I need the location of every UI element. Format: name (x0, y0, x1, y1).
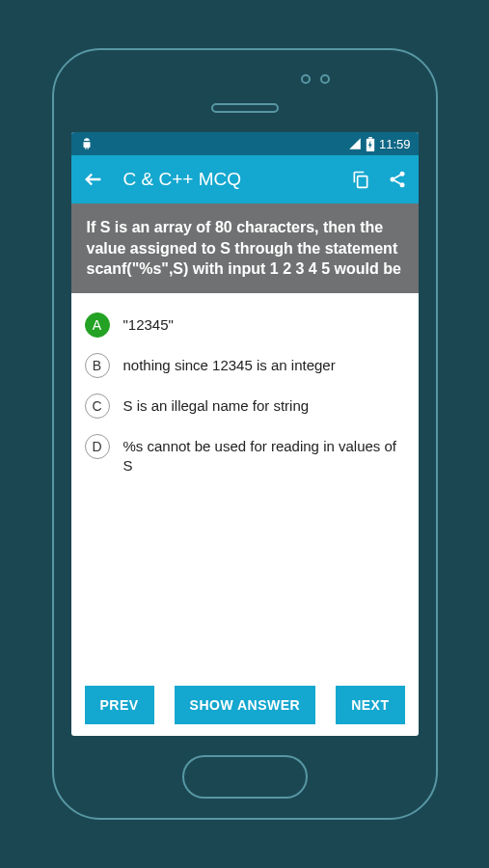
answer-option[interactable]: CS is an illegal name for string (85, 386, 405, 426)
question-text: If S is an array of 80 characters, then … (71, 203, 419, 293)
battery-icon (366, 137, 375, 151)
answer-text: nothing since 12345 is an integer (123, 353, 336, 375)
svg-point-4 (390, 177, 394, 182)
share-icon[interactable] (388, 170, 407, 189)
back-icon[interactable] (83, 169, 104, 190)
android-icon (79, 137, 95, 150)
phone-frame: 11:59 C & C++ MCQ If S is an array of 80… (52, 48, 438, 820)
status-bar: 11:59 (71, 132, 419, 155)
copy-icon[interactable] (351, 170, 370, 189)
prev-button[interactable]: PREV (85, 686, 154, 724)
speaker-dots (301, 74, 330, 84)
app-title: C & C++ MCQ (123, 169, 334, 190)
answer-letter: B (85, 353, 110, 378)
answer-text: "12345" (123, 312, 174, 335)
answer-letter: D (85, 434, 110, 459)
buttons-row: PREV SHOW ANSWER NEXT (71, 674, 419, 736)
svg-point-5 (399, 182, 404, 187)
status-time: 11:59 (379, 137, 411, 151)
answer-option[interactable]: D%s cannot be used for reading in values… (85, 426, 405, 484)
speaker-bar (211, 103, 279, 113)
signal-icon (348, 137, 362, 150)
svg-point-3 (399, 172, 404, 176)
answer-letter: C (85, 393, 110, 419)
svg-rect-2 (357, 176, 367, 188)
answer-text: %s cannot be used for reading in values … (123, 434, 405, 476)
answers-list: A"12345"Bnothing since 12345 is an integ… (71, 293, 419, 674)
app-bar: C & C++ MCQ (71, 155, 419, 203)
answer-text: S is an illegal name for string (123, 393, 310, 416)
answer-letter: A (85, 312, 110, 338)
show-answer-button[interactable]: SHOW ANSWER (175, 686, 316, 724)
svg-rect-1 (368, 137, 371, 139)
next-button[interactable]: NEXT (336, 686, 404, 724)
answer-option[interactable]: Bnothing since 12345 is an integer (85, 345, 405, 386)
screen: 11:59 C & C++ MCQ If S is an array of 80… (71, 132, 419, 736)
home-button[interactable] (182, 755, 308, 799)
answer-option[interactable]: A"12345" (85, 305, 405, 345)
